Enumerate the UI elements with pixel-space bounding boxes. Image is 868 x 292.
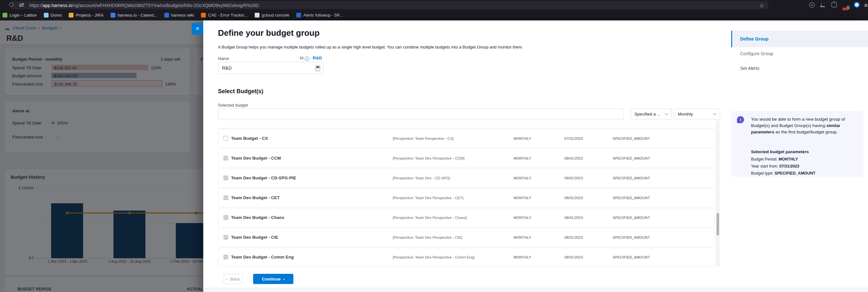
extension-badge: 1 [846,6,850,9]
menu-icon[interactable]: ≡ [864,2,868,9]
budget-row[interactable]: ✓Team Dev Budget - CD-SPG-PIE[Perspectiv… [218,169,715,188]
url-bar[interactable]: https://app.harness.io/ng/account/wFHXHD… [11,1,768,9]
budget-start-date: 08/01/2023 [564,228,583,247]
budget-start-date: 08/01/2023 [564,248,583,266]
budget-perspective: [Perspective: Team Dev Perspective - Cha… [393,208,467,227]
permissions-icon[interactable] [19,3,24,8]
param-period: Budget Period: MONTHLY [751,157,798,161]
bookmark-favicon-icon [255,13,259,17]
bookmark-item[interactable]: Login – Lattice [3,13,37,17]
selected-budget-input[interactable] [218,109,624,119]
bookmark-favicon-icon [296,13,301,17]
budget-type: SPECIFIED_AMOUNT [613,149,650,168]
budget-row-partial [218,120,715,128]
checkbox-unchecked[interactable] [223,136,228,141]
checkbox-checked[interactable]: ✓ [223,195,228,200]
param-budget-type: Budget type: SPECIFIED_AMOUNT [751,171,815,176]
name-label: Name [218,56,229,61]
name-input[interactable]: R&D [218,62,323,74]
pocket-icon[interactable] [809,2,815,8]
bookmark-item[interactable]: Domo [44,13,62,17]
budget-type: SPECIFIED_AMOUNT [613,208,650,227]
info-panel: i You would be able to form a new budget… [731,111,864,177]
budget-period: MONTHLY [514,228,531,247]
budget-name: Team Dev Budget - CIE [231,228,278,247]
chevron-down-icon [713,112,716,115]
bookmark-label: Login – Lattice [9,13,37,17]
bookmark-item[interactable]: CAE - Error Trackin... [201,13,248,17]
url-text: https://app.harness.io/ng/account/wFHXHD… [29,3,259,8]
budget-period: MONTHLY [514,169,531,187]
budget-row[interactable]: ✓Team Dev Budget - CCM[Perspective: Team… [218,149,715,168]
period-dropdown[interactable]: Monthly [674,109,720,119]
budget-perspective: [Perspective: Team Dev Perspective - Com… [393,248,474,266]
download-icon[interactable]: ↓ [820,2,825,7]
budget-name: Team Dev Budget - Comm Eng [231,248,294,266]
bookmark-label: CAE - Error Trackin... [208,13,248,17]
bookmark-item[interactable]: gcloud console [255,13,289,17]
bookmark-item[interactable]: Projects - JIRA [69,13,103,17]
budget-row[interactable]: ✓Team Dev Budget - CET[Perspective: Team… [218,188,715,208]
back-button[interactable]: ‹Back [224,274,242,284]
name-input-value: R&D [222,65,232,71]
field-edit-icon[interactable] [315,65,320,71]
budget-start-date: 07/31/2023 [564,129,583,148]
screen: https://app.harness.io/ng/account/wFHXHD… [0,0,868,292]
budget-perspective: [Perspective: Team Dev - CD-SPG] [393,169,450,187]
budget-type: SPECIFIED_AMOUNT [613,248,650,266]
budget-period: MONTHLY [514,129,531,148]
dialog-description: A Budget Group helps you manage multiple… [218,45,729,49]
checkbox-checked[interactable]: ✓ [223,235,228,240]
bookmark-label: Domo [51,13,62,17]
dialog-title: Define your budget group [218,28,319,38]
bookmark-item[interactable]: Alerts followup - SR... [296,13,343,17]
budget-row[interactable]: ✓Team Dev Budget - Chaos[Perspective: Te… [218,208,715,227]
info-bubble-icon: i [737,116,744,123]
budget-row[interactable]: Team Budget - CX[Perspective: Team Persp… [218,129,715,148]
scrollbar-thumb[interactable] [716,213,719,235]
budget-period: MONTHLY [514,208,531,227]
checkbox-checked[interactable]: ✓ [223,215,228,220]
param-year-start: Year start from: 07/31/2023 [751,164,799,169]
budget-period: MONTHLY [514,248,531,266]
budget-name: Team Dev Budget - CET [231,189,280,207]
budget-start-date: 08/01/2023 [564,149,583,168]
bookmark-item[interactable]: harness.io - Calend... [111,13,157,17]
bookmark-favicon-icon [164,13,169,17]
account-icon[interactable] [854,2,860,8]
budget-row[interactable]: ✓Team Dev Budget - CIE[Perspective: Team… [218,228,715,247]
params-title: Selected budget parameters [751,149,809,154]
checkbox-checked[interactable]: ✓ [223,156,228,160]
close-icon[interactable]: × [192,23,203,34]
budget-name: Team Dev Budget - CD-SPG-PIE [231,169,296,187]
info-icon[interactable]: i [305,57,309,61]
info-text: You would be able to form a new budget g… [751,116,859,135]
budget-name: Team Dev Budget - CCM [231,149,281,168]
bookmark-star-icon[interactable]: ☆ [760,2,764,9]
bookmarks-bar: Login – LatticeDomoProjects - JIRAharnes… [0,10,868,21]
bookmark-label: Projects - JIRA [76,13,103,17]
checkbox-checked[interactable]: ✓ [223,176,228,180]
bookmark-favicon-icon [3,13,7,17]
checkbox-checked[interactable]: ✓ [223,255,228,259]
budget-perspective: [Perspective: Team Dev Perspective - CET… [393,189,463,207]
tab-set-alerts[interactable]: Set Alerts [740,66,760,71]
bookmark-favicon-icon [44,13,49,17]
continue-button[interactable]: Continue› [253,274,293,284]
continue-chevron-icon: › [283,277,285,282]
tab-define-group[interactable]: Define Group [731,31,868,47]
scrollbar-track[interactable] [716,120,720,267]
budget-type: SPECIFIED_AMOUNT [613,169,650,187]
budget-start-date: 08/01/2023 [564,189,583,207]
bookmark-favicon-icon [69,13,73,17]
budget-perspective: [Perspective: Team Perspective - CX] [393,129,454,148]
id-row: Id i : R&D [300,56,322,61]
budget-start-date: 08/01/2023 [564,208,583,227]
extensions-icon[interactable] [832,2,837,7]
bookmark-item[interactable]: harness wiki [164,13,194,17]
tab-configure-group[interactable]: Configure Group [740,51,773,56]
budget-type-dropdown[interactable]: Specified a ... [630,109,672,119]
back-chevron-icon: ‹ [226,277,228,282]
budget-row[interactable]: ✓Team Dev Budget - Comm Eng[Perspective:… [218,248,715,267]
budget-start-date: 08/01/2023 [564,169,583,187]
